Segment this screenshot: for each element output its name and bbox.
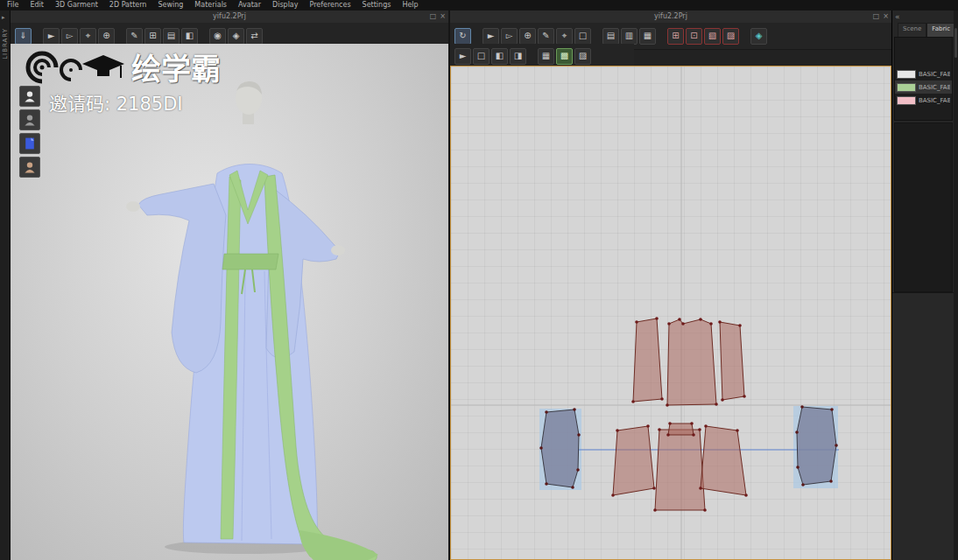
pattern-vertex[interactable] xyxy=(692,433,695,437)
pattern-vertex[interactable] xyxy=(573,408,576,411)
menu-item-file[interactable]: File xyxy=(7,0,18,10)
menu-item-help[interactable]: Help xyxy=(402,0,418,10)
pattern-vertex[interactable] xyxy=(699,318,702,321)
pattern-vertex[interactable] xyxy=(631,400,635,403)
menu-item-display[interactable]: Display xyxy=(272,0,299,10)
pose-file-icon[interactable] xyxy=(19,133,40,154)
pattern-piece-sleeve-left[interactable] xyxy=(541,410,579,487)
scrollbar-thumb[interactable] xyxy=(954,28,957,58)
pen-polygon-icon[interactable]: ✎ xyxy=(538,28,554,45)
pattern-vertex[interactable] xyxy=(690,422,694,425)
pattern-piece-back-right[interactable] xyxy=(720,322,744,400)
pattern-vertex[interactable] xyxy=(801,483,805,486)
pattern-vertex[interactable] xyxy=(571,486,574,489)
pattern-piece-front-center[interactable] xyxy=(655,430,705,510)
show-avatar-icon[interactable] xyxy=(19,86,40,107)
pattern-vertex[interactable] xyxy=(616,429,619,432)
float-window-icon[interactable]: □ xyxy=(430,10,437,23)
transform-pattern-icon[interactable]: ► xyxy=(483,28,499,45)
pattern-vertex[interactable] xyxy=(539,446,543,450)
pattern-piece-front-right[interactable] xyxy=(701,426,746,495)
pattern-piece-front-left[interactable] xyxy=(613,426,654,495)
pattern-vertex[interactable] xyxy=(577,433,581,437)
edit-curvature-icon[interactable]: ⌖ xyxy=(556,28,573,45)
pattern-vertex[interactable] xyxy=(658,428,661,431)
pattern-piece-back-center[interactable] xyxy=(667,319,716,405)
measure-tool-icon[interactable]: ▤ xyxy=(163,28,180,45)
float-window-icon[interactable]: □ xyxy=(873,10,880,23)
menu-item-settings[interactable]: Settings xyxy=(363,0,391,10)
pattern-vertex[interactable] xyxy=(652,486,656,490)
pattern-vertex[interactable] xyxy=(653,508,657,512)
pattern-vertex[interactable] xyxy=(681,322,685,326)
pattern-vertex[interactable] xyxy=(646,424,650,428)
pin-box-tool-icon[interactable]: ⊕ xyxy=(98,28,115,45)
pattern-piece-sleeve-right[interactable] xyxy=(797,407,836,485)
seamline-tool-icon[interactable]: ▤ xyxy=(602,28,619,45)
select-mesh-3d-icon[interactable]: ▻ xyxy=(61,28,78,45)
collapse-panel-icon[interactable]: « xyxy=(895,12,900,21)
dart-tool-icon[interactable]: ▦ xyxy=(639,28,656,45)
pattern-vertex[interactable] xyxy=(835,444,838,447)
pattern-vertex[interactable] xyxy=(660,397,664,401)
sync-toggle-icon[interactable]: ⇄ xyxy=(246,28,263,45)
show-grid-toggle-icon[interactable]: ▦ xyxy=(538,48,554,65)
pattern-vertex[interactable] xyxy=(698,428,701,431)
menu-item-materials[interactable]: Materials xyxy=(194,0,227,10)
pattern-vertex[interactable] xyxy=(704,424,708,428)
close-window-icon[interactable]: × xyxy=(883,10,889,23)
pattern-vertex[interactable] xyxy=(736,429,739,432)
texture-surface-toggle-icon[interactable]: ◉ xyxy=(209,28,226,45)
show-mesh-toggle-icon[interactable]: ▨ xyxy=(574,48,591,65)
pattern-vertex[interactable] xyxy=(744,494,748,497)
viewport-3d[interactable]: 绘学霸 邀请码: 2185DI xyxy=(11,44,448,560)
pattern-vertex[interactable] xyxy=(667,322,671,326)
pattern-vertex[interactable] xyxy=(738,324,742,327)
menu-item-3d-garment[interactable]: 3D Garment xyxy=(55,0,98,10)
pattern-vertex[interactable] xyxy=(668,422,672,425)
pattern-vertex[interactable] xyxy=(666,403,669,407)
pattern-vertex[interactable] xyxy=(709,322,713,326)
tab-fabric[interactable]: Fabric xyxy=(926,23,955,37)
pin-tool-icon[interactable]: ⌖ xyxy=(80,28,96,45)
pattern-vertex[interactable] xyxy=(721,398,724,402)
rectangle-pattern-icon[interactable]: □ xyxy=(574,28,591,45)
pattern-vertex[interactable] xyxy=(545,482,548,486)
pattern-piece-collar-tab[interactable] xyxy=(668,424,694,435)
pattern-vertex[interactable] xyxy=(699,486,702,490)
pattern-vertex[interactable] xyxy=(635,320,638,324)
close-window-icon[interactable]: × xyxy=(440,10,446,23)
grading-4-icon[interactable]: ▨ xyxy=(722,28,739,45)
select-box-2d-icon[interactable]: ► xyxy=(454,48,471,65)
pattern-vertex[interactable] xyxy=(795,430,799,434)
pattern-vertex[interactable] xyxy=(666,433,670,437)
fold-arrangement-tool-icon[interactable]: ⊞ xyxy=(144,28,161,45)
polygon-tool-icon[interactable]: ◨ xyxy=(510,48,526,65)
pattern-vertex[interactable] xyxy=(655,317,659,320)
sync-2d-icon[interactable]: ↻ xyxy=(454,28,471,45)
pattern-vertex[interactable] xyxy=(796,466,800,469)
tab-scene[interactable]: Scene xyxy=(898,23,926,37)
pattern-vertex[interactable] xyxy=(800,405,804,409)
sewing-tool-icon[interactable]: ✎ xyxy=(126,28,143,45)
pattern-piece-back-left[interactable] xyxy=(633,318,662,402)
pattern-vertex[interactable] xyxy=(678,318,681,321)
right-scrollbar[interactable] xyxy=(954,10,958,560)
pattern-vertex[interactable] xyxy=(611,494,615,497)
circle-tool-icon[interactable]: ◧ xyxy=(491,48,508,65)
menu-item-2d-pattern[interactable]: 2D Pattern xyxy=(109,0,147,10)
grading-1-icon[interactable]: ⊞ xyxy=(667,28,684,45)
avatar-skin-icon[interactable] xyxy=(19,109,40,130)
add-point-icon[interactable]: ⊕ xyxy=(519,28,536,45)
pattern-vertex[interactable] xyxy=(545,410,548,414)
rectangle-tool-icon[interactable]: □ xyxy=(473,48,490,65)
internal-line-tool-icon[interactable]: ▥ xyxy=(621,28,637,45)
render-style-toggle-icon[interactable]: ◈ xyxy=(228,28,244,45)
library-toggle-icon[interactable]: ▸ xyxy=(2,14,5,21)
scale-tool-icon[interactable]: ◧ xyxy=(181,28,198,45)
texture-editor-2d-icon[interactable]: ◈ xyxy=(750,28,767,45)
pattern-vertex[interactable] xyxy=(703,508,707,512)
pattern-vertex[interactable] xyxy=(829,480,833,483)
show-texture-toggle-icon[interactable]: ▩ xyxy=(556,48,573,65)
menu-item-sewing[interactable]: Sewing xyxy=(158,0,183,10)
